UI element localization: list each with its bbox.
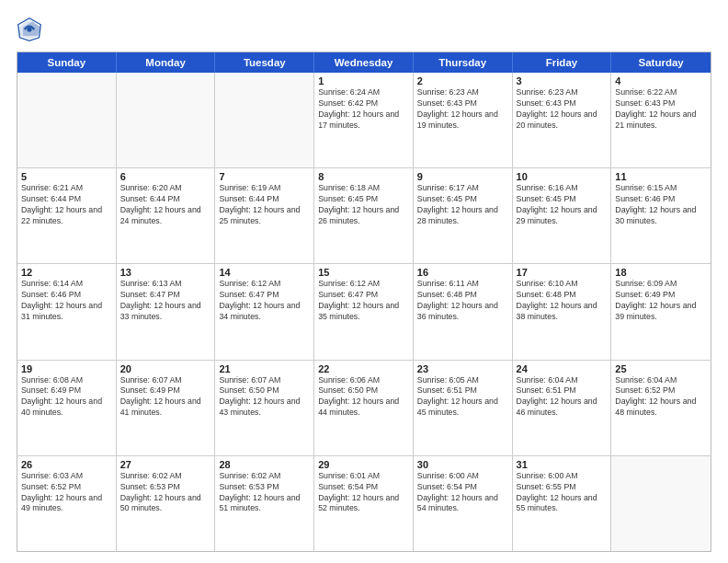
calendar-cell: 12Sunrise: 6:14 AMSunset: 6:46 PMDayligh… xyxy=(17,264,117,359)
calendar-cell: 9Sunrise: 6:17 AMSunset: 6:45 PMDaylight… xyxy=(414,168,513,263)
calendar-cell: 7Sunrise: 6:19 AMSunset: 6:44 PMDaylight… xyxy=(215,168,314,263)
calendar-cell xyxy=(611,456,711,551)
header-cell-tuesday: Tuesday xyxy=(215,52,314,73)
calendar-cell: 20Sunrise: 6:07 AMSunset: 6:49 PMDayligh… xyxy=(117,361,216,455)
calendar-header: SundayMondayTuesdayWednesdayThursdayFrid… xyxy=(17,52,711,73)
calendar-cell: 22Sunrise: 6:06 AMSunset: 6:50 PMDayligh… xyxy=(314,361,414,455)
cell-info: Sunrise: 6:23 AMSunset: 6:43 PMDaylight:… xyxy=(417,87,508,132)
calendar-cell: 6Sunrise: 6:20 AMSunset: 6:44 PMDaylight… xyxy=(117,168,216,263)
cell-info: Sunrise: 6:11 AMSunset: 6:48 PMDaylight:… xyxy=(417,279,508,323)
day-number: 2 xyxy=(417,75,508,86)
calendar-cell: 14Sunrise: 6:12 AMSunset: 6:47 PMDayligh… xyxy=(215,264,314,359)
calendar-cell: 4Sunrise: 6:22 AMSunset: 6:43 PMDaylight… xyxy=(611,73,711,167)
calendar-cell: 26Sunrise: 6:03 AMSunset: 6:52 PMDayligh… xyxy=(17,456,117,551)
day-number: 17 xyxy=(517,267,608,278)
cell-info: Sunrise: 6:03 AMSunset: 6:52 PMDaylight:… xyxy=(21,471,112,515)
page: SundayMondayTuesdayWednesdayThursdayFrid… xyxy=(0,0,728,563)
cell-info: Sunrise: 6:19 AMSunset: 6:44 PMDaylight:… xyxy=(219,183,310,227)
calendar-cell: 8Sunrise: 6:18 AMSunset: 6:45 PMDaylight… xyxy=(314,168,414,263)
day-number: 25 xyxy=(615,363,707,374)
day-number: 27 xyxy=(120,459,211,470)
calendar-cell: 30Sunrise: 6:00 AMSunset: 6:54 PMDayligh… xyxy=(414,456,513,551)
calendar-cell: 5Sunrise: 6:21 AMSunset: 6:44 PMDaylight… xyxy=(17,168,117,263)
day-number: 22 xyxy=(318,363,409,374)
calendar-cell xyxy=(117,73,216,167)
day-number: 6 xyxy=(120,171,211,182)
cell-info: Sunrise: 6:07 AMSunset: 6:49 PMDaylight:… xyxy=(120,375,211,419)
cell-info: Sunrise: 6:08 AMSunset: 6:49 PMDaylight:… xyxy=(21,375,112,419)
cell-info: Sunrise: 6:07 AMSunset: 6:50 PMDaylight:… xyxy=(219,375,310,419)
day-number: 3 xyxy=(517,75,608,86)
calendar-cell xyxy=(215,73,314,167)
calendar-cell: 25Sunrise: 6:04 AMSunset: 6:52 PMDayligh… xyxy=(611,361,711,455)
calendar-cell: 16Sunrise: 6:11 AMSunset: 6:48 PMDayligh… xyxy=(414,264,513,359)
cell-info: Sunrise: 6:05 AMSunset: 6:51 PMDaylight:… xyxy=(417,375,508,419)
cell-info: Sunrise: 6:17 AMSunset: 6:45 PMDaylight:… xyxy=(417,183,508,227)
cell-info: Sunrise: 6:02 AMSunset: 6:53 PMDaylight:… xyxy=(120,471,211,515)
cell-info: Sunrise: 6:23 AMSunset: 6:43 PMDaylight:… xyxy=(517,87,608,132)
cell-info: Sunrise: 6:13 AMSunset: 6:47 PMDaylight:… xyxy=(120,279,211,323)
cell-info: Sunrise: 6:09 AMSunset: 6:49 PMDaylight:… xyxy=(615,279,707,323)
calendar-cell: 13Sunrise: 6:13 AMSunset: 6:47 PMDayligh… xyxy=(117,264,216,359)
calendar-row-2: 12Sunrise: 6:14 AMSunset: 6:46 PMDayligh… xyxy=(17,263,711,359)
calendar-cell xyxy=(17,73,117,167)
cell-info: Sunrise: 6:12 AMSunset: 6:47 PMDaylight:… xyxy=(318,279,409,323)
day-number: 21 xyxy=(219,363,310,374)
day-number: 11 xyxy=(615,171,707,182)
day-number: 4 xyxy=(615,75,707,86)
day-number: 31 xyxy=(517,459,608,470)
calendar-cell: 24Sunrise: 6:04 AMSunset: 6:51 PMDayligh… xyxy=(513,361,612,455)
calendar-cell: 19Sunrise: 6:08 AMSunset: 6:49 PMDayligh… xyxy=(17,361,117,455)
cell-info: Sunrise: 6:21 AMSunset: 6:44 PMDaylight:… xyxy=(21,183,112,227)
header xyxy=(17,17,711,42)
cell-info: Sunrise: 6:06 AMSunset: 6:50 PMDaylight:… xyxy=(318,375,409,419)
calendar-cell: 17Sunrise: 6:10 AMSunset: 6:48 PMDayligh… xyxy=(513,264,612,359)
calendar-cell: 23Sunrise: 6:05 AMSunset: 6:51 PMDayligh… xyxy=(414,361,513,455)
day-number: 26 xyxy=(21,459,112,470)
header-cell-sunday: Sunday xyxy=(17,52,117,73)
calendar-cell: 2Sunrise: 6:23 AMSunset: 6:43 PMDaylight… xyxy=(414,73,513,167)
calendar-cell: 29Sunrise: 6:01 AMSunset: 6:54 PMDayligh… xyxy=(314,456,414,551)
day-number: 5 xyxy=(21,171,112,182)
day-number: 9 xyxy=(417,171,508,182)
calendar-row-3: 19Sunrise: 6:08 AMSunset: 6:49 PMDayligh… xyxy=(17,360,711,455)
cell-info: Sunrise: 6:04 AMSunset: 6:51 PMDaylight:… xyxy=(517,375,608,419)
svg-point-4 xyxy=(27,27,31,31)
day-number: 18 xyxy=(615,267,707,278)
cell-info: Sunrise: 6:14 AMSunset: 6:46 PMDaylight:… xyxy=(21,279,112,323)
header-cell-wednesday: Wednesday xyxy=(314,52,414,73)
day-number: 13 xyxy=(120,267,211,278)
day-number: 8 xyxy=(318,171,409,182)
day-number: 28 xyxy=(219,459,310,470)
calendar-cell: 31Sunrise: 6:00 AMSunset: 6:55 PMDayligh… xyxy=(513,456,612,551)
header-cell-friday: Friday xyxy=(513,52,612,73)
cell-info: Sunrise: 6:24 AMSunset: 6:42 PMDaylight:… xyxy=(318,87,409,132)
logo-icon xyxy=(17,17,42,42)
cell-info: Sunrise: 6:12 AMSunset: 6:47 PMDaylight:… xyxy=(219,279,310,323)
calendar-cell: 18Sunrise: 6:09 AMSunset: 6:49 PMDayligh… xyxy=(611,264,711,359)
day-number: 23 xyxy=(417,363,508,374)
calendar-body: 1Sunrise: 6:24 AMSunset: 6:42 PMDaylight… xyxy=(17,73,711,551)
day-number: 29 xyxy=(318,459,409,470)
cell-info: Sunrise: 6:18 AMSunset: 6:45 PMDaylight:… xyxy=(318,183,409,227)
calendar: SundayMondayTuesdayWednesdayThursdayFrid… xyxy=(17,52,711,552)
day-number: 20 xyxy=(120,363,211,374)
day-number: 7 xyxy=(219,171,310,182)
calendar-cell: 3Sunrise: 6:23 AMSunset: 6:43 PMDaylight… xyxy=(513,73,612,167)
cell-info: Sunrise: 6:02 AMSunset: 6:53 PMDaylight:… xyxy=(219,471,310,515)
calendar-cell: 27Sunrise: 6:02 AMSunset: 6:53 PMDayligh… xyxy=(117,456,216,551)
calendar-cell: 1Sunrise: 6:24 AMSunset: 6:42 PMDaylight… xyxy=(314,73,414,167)
day-number: 16 xyxy=(417,267,508,278)
calendar-row-4: 26Sunrise: 6:03 AMSunset: 6:52 PMDayligh… xyxy=(17,455,711,551)
calendar-cell: 28Sunrise: 6:02 AMSunset: 6:53 PMDayligh… xyxy=(215,456,314,551)
cell-info: Sunrise: 6:20 AMSunset: 6:44 PMDaylight:… xyxy=(120,183,211,227)
calendar-row-1: 5Sunrise: 6:21 AMSunset: 6:44 PMDaylight… xyxy=(17,167,711,263)
cell-info: Sunrise: 6:00 AMSunset: 6:55 PMDaylight:… xyxy=(517,471,608,515)
calendar-cell: 11Sunrise: 6:15 AMSunset: 6:46 PMDayligh… xyxy=(611,168,711,263)
day-number: 19 xyxy=(21,363,112,374)
header-cell-saturday: Saturday xyxy=(611,52,711,73)
header-cell-monday: Monday xyxy=(117,52,216,73)
cell-info: Sunrise: 6:04 AMSunset: 6:52 PMDaylight:… xyxy=(615,375,707,419)
cell-info: Sunrise: 6:15 AMSunset: 6:46 PMDaylight:… xyxy=(615,183,707,227)
day-number: 10 xyxy=(517,171,608,182)
